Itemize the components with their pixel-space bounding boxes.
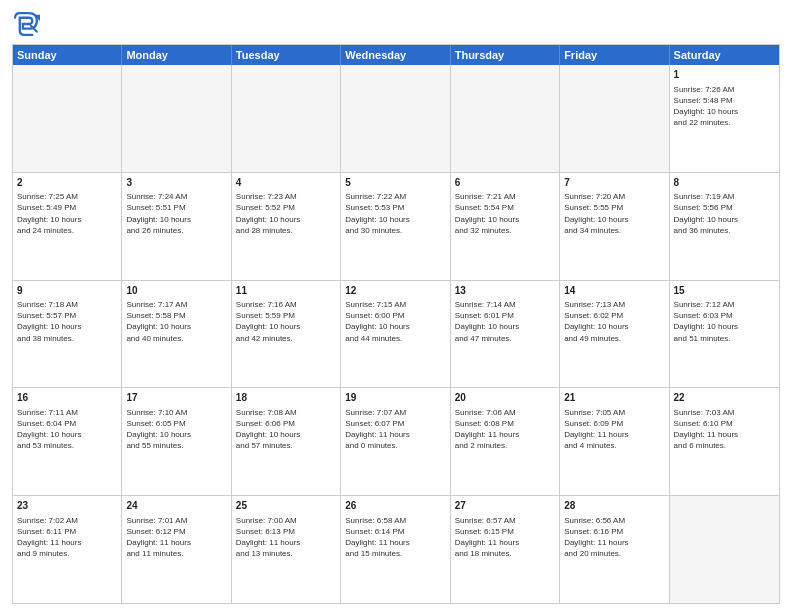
calendar-cell-empty — [451, 65, 560, 172]
calendar-cell-18: 18Sunrise: 7:08 AM Sunset: 6:06 PM Dayli… — [232, 388, 341, 495]
calendar-cell-14: 14Sunrise: 7:13 AM Sunset: 6:02 PM Dayli… — [560, 281, 669, 388]
calendar-cell-4: 4Sunrise: 7:23 AM Sunset: 5:52 PM Daylig… — [232, 173, 341, 280]
calendar-cell-12: 12Sunrise: 7:15 AM Sunset: 6:00 PM Dayli… — [341, 281, 450, 388]
calendar-cell-3: 3Sunrise: 7:24 AM Sunset: 5:51 PM Daylig… — [122, 173, 231, 280]
day-number: 23 — [17, 499, 117, 513]
day-info: Sunrise: 7:01 AM Sunset: 6:12 PM Dayligh… — [126, 515, 226, 560]
day-number: 16 — [17, 391, 117, 405]
weekday-header-saturday: Saturday — [670, 45, 779, 65]
day-info: Sunrise: 7:16 AM Sunset: 5:59 PM Dayligh… — [236, 299, 336, 344]
calendar-cell-15: 15Sunrise: 7:12 AM Sunset: 6:03 PM Dayli… — [670, 281, 779, 388]
calendar-cell-2: 2Sunrise: 7:25 AM Sunset: 5:49 PM Daylig… — [13, 173, 122, 280]
calendar-cell-8: 8Sunrise: 7:19 AM Sunset: 5:56 PM Daylig… — [670, 173, 779, 280]
day-info: Sunrise: 7:11 AM Sunset: 6:04 PM Dayligh… — [17, 407, 117, 452]
calendar-cell-empty — [232, 65, 341, 172]
weekday-header-friday: Friday — [560, 45, 669, 65]
calendar-cell-20: 20Sunrise: 7:06 AM Sunset: 6:08 PM Dayli… — [451, 388, 560, 495]
calendar-cell-13: 13Sunrise: 7:14 AM Sunset: 6:01 PM Dayli… — [451, 281, 560, 388]
day-number: 28 — [564, 499, 664, 513]
calendar-cell-28: 28Sunrise: 6:56 AM Sunset: 6:16 PM Dayli… — [560, 496, 669, 603]
calendar: SundayMondayTuesdayWednesdayThursdayFrid… — [12, 44, 780, 604]
day-info: Sunrise: 7:12 AM Sunset: 6:03 PM Dayligh… — [674, 299, 775, 344]
weekday-header-sunday: Sunday — [13, 45, 122, 65]
day-number: 1 — [674, 68, 775, 82]
calendar-cell-5: 5Sunrise: 7:22 AM Sunset: 5:53 PM Daylig… — [341, 173, 450, 280]
day-number: 17 — [126, 391, 226, 405]
calendar-cell-22: 22Sunrise: 7:03 AM Sunset: 6:10 PM Dayli… — [670, 388, 779, 495]
day-number: 20 — [455, 391, 555, 405]
day-number: 26 — [345, 499, 445, 513]
day-info: Sunrise: 7:20 AM Sunset: 5:55 PM Dayligh… — [564, 191, 664, 236]
weekday-header-wednesday: Wednesday — [341, 45, 450, 65]
weekday-header-tuesday: Tuesday — [232, 45, 341, 65]
calendar-cell-11: 11Sunrise: 7:16 AM Sunset: 5:59 PM Dayli… — [232, 281, 341, 388]
day-info: Sunrise: 7:22 AM Sunset: 5:53 PM Dayligh… — [345, 191, 445, 236]
calendar-row-3: 16Sunrise: 7:11 AM Sunset: 6:04 PM Dayli… — [13, 388, 779, 496]
calendar-cell-16: 16Sunrise: 7:11 AM Sunset: 6:04 PM Dayli… — [13, 388, 122, 495]
calendar-cell-24: 24Sunrise: 7:01 AM Sunset: 6:12 PM Dayli… — [122, 496, 231, 603]
day-info: Sunrise: 7:05 AM Sunset: 6:09 PM Dayligh… — [564, 407, 664, 452]
day-info: Sunrise: 7:08 AM Sunset: 6:06 PM Dayligh… — [236, 407, 336, 452]
day-number: 22 — [674, 391, 775, 405]
calendar-cell-25: 25Sunrise: 7:00 AM Sunset: 6:13 PM Dayli… — [232, 496, 341, 603]
day-info: Sunrise: 7:26 AM Sunset: 5:48 PM Dayligh… — [674, 84, 775, 129]
calendar-cell-empty — [560, 65, 669, 172]
day-info: Sunrise: 7:25 AM Sunset: 5:49 PM Dayligh… — [17, 191, 117, 236]
day-number: 15 — [674, 284, 775, 298]
day-number: 21 — [564, 391, 664, 405]
calendar-cell-empty — [341, 65, 450, 172]
day-info: Sunrise: 6:56 AM Sunset: 6:16 PM Dayligh… — [564, 515, 664, 560]
day-info: Sunrise: 7:03 AM Sunset: 6:10 PM Dayligh… — [674, 407, 775, 452]
day-number: 3 — [126, 176, 226, 190]
calendar-cell-19: 19Sunrise: 7:07 AM Sunset: 6:07 PM Dayli… — [341, 388, 450, 495]
day-number: 9 — [17, 284, 117, 298]
day-info: Sunrise: 7:24 AM Sunset: 5:51 PM Dayligh… — [126, 191, 226, 236]
day-number: 14 — [564, 284, 664, 298]
day-info: Sunrise: 7:18 AM Sunset: 5:57 PM Dayligh… — [17, 299, 117, 344]
day-number: 4 — [236, 176, 336, 190]
day-info: Sunrise: 7:23 AM Sunset: 5:52 PM Dayligh… — [236, 191, 336, 236]
day-info: Sunrise: 7:21 AM Sunset: 5:54 PM Dayligh… — [455, 191, 555, 236]
logo — [12, 10, 44, 38]
day-info: Sunrise: 7:15 AM Sunset: 6:00 PM Dayligh… — [345, 299, 445, 344]
calendar-cell-9: 9Sunrise: 7:18 AM Sunset: 5:57 PM Daylig… — [13, 281, 122, 388]
day-number: 13 — [455, 284, 555, 298]
day-info: Sunrise: 7:00 AM Sunset: 6:13 PM Dayligh… — [236, 515, 336, 560]
logo-icon — [12, 10, 40, 38]
calendar-cell-empty — [13, 65, 122, 172]
day-number: 10 — [126, 284, 226, 298]
weekday-header-monday: Monday — [122, 45, 231, 65]
calendar-cell-21: 21Sunrise: 7:05 AM Sunset: 6:09 PM Dayli… — [560, 388, 669, 495]
weekday-header-thursday: Thursday — [451, 45, 560, 65]
day-number: 8 — [674, 176, 775, 190]
day-number: 24 — [126, 499, 226, 513]
day-info: Sunrise: 7:10 AM Sunset: 6:05 PM Dayligh… — [126, 407, 226, 452]
day-info: Sunrise: 7:07 AM Sunset: 6:07 PM Dayligh… — [345, 407, 445, 452]
header — [12, 10, 780, 38]
day-number: 25 — [236, 499, 336, 513]
day-info: Sunrise: 7:19 AM Sunset: 5:56 PM Dayligh… — [674, 191, 775, 236]
calendar-row-4: 23Sunrise: 7:02 AM Sunset: 6:11 PM Dayli… — [13, 496, 779, 603]
day-number: 18 — [236, 391, 336, 405]
day-number: 7 — [564, 176, 664, 190]
calendar-header: SundayMondayTuesdayWednesdayThursdayFrid… — [13, 45, 779, 65]
calendar-cell-23: 23Sunrise: 7:02 AM Sunset: 6:11 PM Dayli… — [13, 496, 122, 603]
day-number: 27 — [455, 499, 555, 513]
day-info: Sunrise: 7:02 AM Sunset: 6:11 PM Dayligh… — [17, 515, 117, 560]
day-number: 11 — [236, 284, 336, 298]
calendar-cell-6: 6Sunrise: 7:21 AM Sunset: 5:54 PM Daylig… — [451, 173, 560, 280]
calendar-cell-17: 17Sunrise: 7:10 AM Sunset: 6:05 PM Dayli… — [122, 388, 231, 495]
day-info: Sunrise: 6:57 AM Sunset: 6:15 PM Dayligh… — [455, 515, 555, 560]
calendar-cell-27: 27Sunrise: 6:57 AM Sunset: 6:15 PM Dayli… — [451, 496, 560, 603]
calendar-cell-7: 7Sunrise: 7:20 AM Sunset: 5:55 PM Daylig… — [560, 173, 669, 280]
day-info: Sunrise: 7:06 AM Sunset: 6:08 PM Dayligh… — [455, 407, 555, 452]
day-info: Sunrise: 7:13 AM Sunset: 6:02 PM Dayligh… — [564, 299, 664, 344]
day-number: 2 — [17, 176, 117, 190]
day-info: Sunrise: 7:14 AM Sunset: 6:01 PM Dayligh… — [455, 299, 555, 344]
day-info: Sunrise: 6:58 AM Sunset: 6:14 PM Dayligh… — [345, 515, 445, 560]
day-number: 19 — [345, 391, 445, 405]
calendar-cell-empty — [670, 496, 779, 603]
day-number: 5 — [345, 176, 445, 190]
calendar-row-2: 9Sunrise: 7:18 AM Sunset: 5:57 PM Daylig… — [13, 281, 779, 389]
calendar-cell-10: 10Sunrise: 7:17 AM Sunset: 5:58 PM Dayli… — [122, 281, 231, 388]
